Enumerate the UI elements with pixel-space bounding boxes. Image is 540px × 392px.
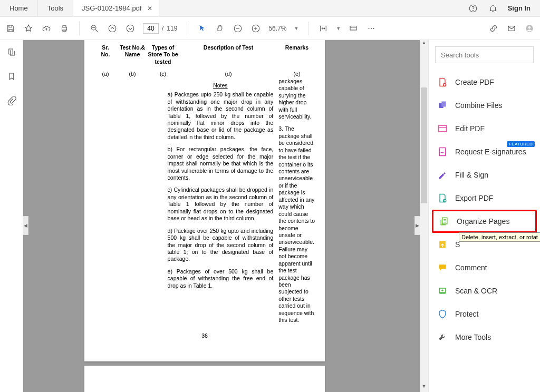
tool-organize-pages[interactable]: Organize Pages Delete, insert, extract, … [432, 210, 537, 233]
tool-label: Export PDF [455, 194, 493, 202]
tab-document[interactable]: JSG-0102-1984.pdf ✕ [73, 0, 159, 16]
tool-create-pdf[interactable]: Create PDF [432, 71, 537, 94]
doc-paragraph: a) Packages upto 250 kg shall be capable… [168, 91, 274, 141]
tool-comment[interactable]: Comment [432, 256, 537, 279]
page-current-input[interactable] [143, 23, 159, 34]
zoom-out-icon[interactable] [233, 23, 243, 34]
svg-rect-20 [439, 148, 446, 156]
col-sub: (e) [278, 71, 315, 77]
doc-paragraph: 3. The package shall be considered to ha… [278, 125, 315, 324]
tool-combine-files[interactable]: Combine Files [432, 94, 537, 117]
fit-chevron-icon[interactable]: ▼ [336, 26, 341, 31]
svg-rect-15 [8, 49, 13, 54]
comment-icon [437, 262, 448, 273]
combine-files-icon [437, 100, 448, 111]
svg-point-11 [373, 28, 374, 29]
doc-paragraph: c) Cylindrical packages shall be dropped… [168, 187, 274, 222]
create-pdf-icon [437, 77, 448, 87]
cloud-upload-icon[interactable] [41, 23, 52, 34]
featured-badge: FEATURED [507, 141, 535, 147]
main-toolbar: / 119 56.7% ▼ ▼ [0, 17, 540, 40]
star-icon[interactable] [23, 23, 34, 34]
svg-point-4 [109, 25, 116, 32]
zoom-chevron-icon[interactable]: ▼ [294, 26, 298, 31]
tool-edit-pdf[interactable]: Edit PDF [432, 117, 537, 140]
col-header: No. [101, 51, 110, 57]
hand-tool-icon[interactable] [215, 23, 225, 34]
bookmark-icon[interactable] [7, 72, 16, 83]
tool-label: Request E-signatures [455, 148, 526, 156]
col-header: Types of [152, 44, 174, 51]
tool-label: Create PDF [455, 78, 494, 86]
thumbnails-icon[interactable] [7, 47, 16, 59]
tool-label: More Tools [455, 333, 491, 341]
svg-rect-18 [441, 102, 446, 107]
tool-label: Fill & Sign [455, 171, 488, 179]
tool-label: Organize Pages [457, 217, 509, 226]
read-mode-icon[interactable] [348, 23, 359, 34]
tool-more-tools[interactable]: More Tools [432, 326, 537, 349]
save-icon[interactable] [5, 23, 16, 34]
tool-label: Edit PDF [455, 124, 485, 133]
page-up-icon[interactable] [107, 23, 118, 34]
collapse-left-icon[interactable]: ◀ [23, 216, 28, 235]
sign-in-link[interactable]: Sign In [508, 4, 531, 12]
more-tools-wrench-icon [437, 332, 448, 342]
more-tools-icon[interactable] [366, 23, 377, 34]
doc-paragraph: e) Packages of over 500 kg shall be capa… [168, 268, 274, 289]
tab-strip: Home Tools JSG-0102-1984.pdf ✕ Sign In [0, 0, 540, 17]
email-icon[interactable] [506, 23, 517, 34]
scan-ocr-icon [437, 286, 448, 296]
zoom-in-icon[interactable] [250, 23, 261, 34]
organize-tooltip: Delete, insert, extract, or rotat [459, 232, 540, 242]
svg-point-10 [371, 28, 372, 29]
fit-width-icon[interactable] [318, 23, 329, 34]
search-tools-input[interactable] [435, 46, 534, 63]
svg-rect-8 [350, 26, 356, 30]
tab-tools[interactable]: Tools [38, 0, 73, 16]
close-tab-icon[interactable]: ✕ [147, 5, 152, 12]
scroll-up-icon[interactable]: ▲ [420, 40, 428, 48]
tool-protect[interactable]: Protect [432, 302, 537, 326]
tool-fill-sign[interactable]: Fill & Sign [432, 163, 537, 187]
svg-rect-2 [62, 27, 67, 30]
col-sub: (d) [178, 71, 278, 77]
document-tab-label: JSG-0102-1984.pdf [82, 4, 141, 12]
document-viewer[interactable]: ◀ ▶ Sr.No. Test No.&Name Types ofStore T… [23, 40, 428, 392]
select-tool-icon[interactable] [197, 23, 207, 34]
account-icon[interactable] [524, 23, 535, 34]
vertical-scrollbar[interactable]: ▲ ▼ [420, 40, 428, 392]
page-down-icon[interactable] [125, 23, 136, 34]
organize-pages-icon [439, 216, 449, 227]
tool-request-esignatures[interactable]: FEATURED Request E-signatures [432, 140, 537, 163]
collapse-right-icon[interactable]: ▶ [414, 216, 420, 235]
main-region: ◀ ▶ Sr.No. Test No.&Name Types ofStore T… [0, 40, 540, 392]
col-header: Name [125, 51, 140, 57]
help-icon[interactable] [468, 3, 478, 14]
tool-label: Combine Files [455, 101, 502, 110]
col-header: tested [155, 58, 171, 65]
export-pdf-icon [437, 193, 448, 203]
print-icon[interactable] [59, 23, 70, 34]
scroll-down-icon[interactable]: ▼ [420, 384, 428, 392]
svg-point-14 [528, 26, 531, 28]
col-header: Sr. [102, 44, 109, 51]
page-indicator: / 119 [143, 23, 177, 34]
zoom-out-magnifier-icon[interactable] [89, 23, 100, 34]
page-current: Sr.No. Test No.&Name Types ofStore To be… [84, 40, 325, 361]
share-link-icon[interactable] [488, 23, 499, 34]
bell-icon[interactable] [488, 3, 498, 14]
doc-paragraph: packages capable of surying the higher d… [278, 78, 315, 121]
svg-rect-19 [439, 125, 447, 132]
tab-home[interactable]: Home [0, 0, 38, 16]
attachment-icon[interactable] [7, 96, 16, 107]
doc-paragraph: d) Package over 250 kg upto and includin… [168, 228, 274, 263]
tool-label: Protect [455, 310, 478, 318]
tool-label: Scan & OCR [455, 287, 497, 295]
tool-export-pdf[interactable]: Export PDF [432, 187, 537, 210]
scroll-thumb[interactable] [421, 87, 427, 203]
col-header: Description of Test [178, 44, 278, 65]
tool-scan-ocr[interactable]: Scan & OCR [432, 279, 537, 302]
zoom-level[interactable]: 56.7% [268, 25, 286, 32]
svg-point-25 [441, 290, 443, 291]
